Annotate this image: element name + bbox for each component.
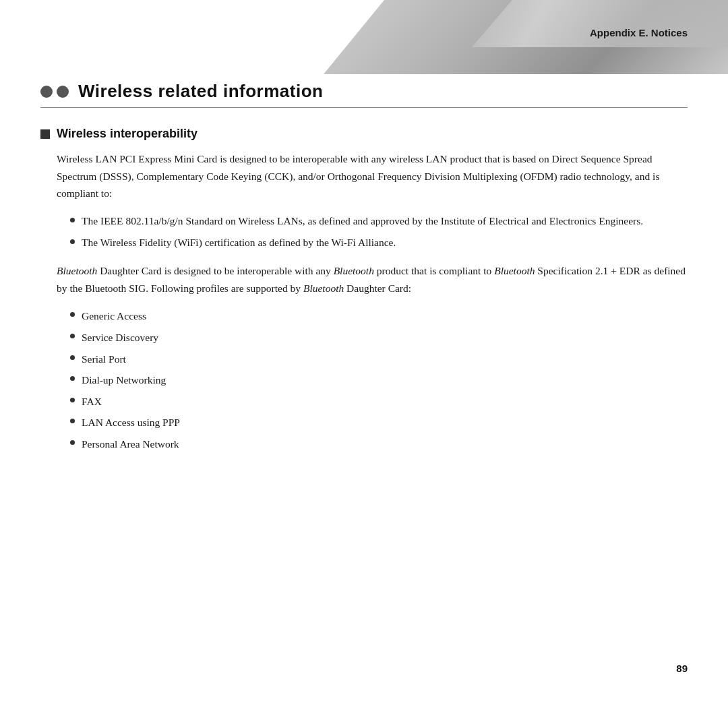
bullet-dot-icon xyxy=(70,334,75,338)
list-item: LAN Access using PPP xyxy=(70,414,688,431)
list-item: Personal Area Network xyxy=(70,435,688,453)
bullet-list-2: Generic Access Service Discovery Serial … xyxy=(70,307,688,452)
bluetooth-italic-2: Bluetooth xyxy=(334,265,374,276)
section-title: Wireless related information xyxy=(78,81,323,102)
bullet-list-1: The IEEE 802.11a/b/g/n Standard on Wirel… xyxy=(70,213,688,252)
title-icons xyxy=(40,86,69,98)
section-title-row: Wireless related information xyxy=(40,81,688,108)
list-item: The Wireless Fidelity (WiFi) certificati… xyxy=(70,235,688,251)
bullet-text: Dial-up Networking xyxy=(82,371,688,389)
bluetooth-italic-1: Bluetooth xyxy=(57,265,97,276)
list-item: Dial-up Networking xyxy=(70,371,688,389)
paragraph-1: Wireless LAN PCI Express Mini Card is de… xyxy=(57,150,688,202)
bullet-dot-icon xyxy=(70,440,75,445)
bullet-dot-icon xyxy=(70,355,75,360)
bullet-text: FAX xyxy=(82,393,688,411)
page-number: 89 xyxy=(676,663,688,674)
list-item: Service Discovery xyxy=(70,329,688,346)
subsection-title-row: Wireless interoperability xyxy=(40,127,688,141)
bullet-text: The Wireless Fidelity (WiFi) certificati… xyxy=(82,235,688,251)
bullet-text: The IEEE 802.11a/b/g/n Standard on Wirel… xyxy=(82,213,688,230)
bullet-text: Serial Port xyxy=(82,351,688,368)
list-item: Serial Port xyxy=(70,351,688,368)
bullet-dot-icon xyxy=(70,376,75,381)
header-text: Appendix E. Notices xyxy=(590,27,688,38)
list-item: The IEEE 802.11a/b/g/n Standard on Wirel… xyxy=(70,213,688,230)
subsection-bullet-icon xyxy=(40,129,50,139)
subsection-wireless-interoperability: Wireless interoperability Wireless LAN P… xyxy=(40,127,688,452)
bullet-dot-icon xyxy=(70,218,75,222)
bullet-text: Personal Area Network xyxy=(82,435,688,453)
main-content: Wireless related information Wireless in… xyxy=(40,81,688,688)
bullet-text: Generic Access xyxy=(82,307,688,325)
bullet-text: LAN Access using PPP xyxy=(82,414,688,431)
bullet-dot-icon xyxy=(70,239,75,244)
bullet-dot-icon xyxy=(70,398,75,402)
title-icon-2 xyxy=(57,86,69,98)
paragraph-bluetooth: Bluetooth Daughter Card is designed to b… xyxy=(57,262,688,297)
subsection-title: Wireless interoperability xyxy=(57,127,198,141)
bullet-dot-icon xyxy=(70,312,75,317)
bullet-dot-icon xyxy=(70,419,75,423)
list-item: Generic Access xyxy=(70,307,688,325)
bluetooth-italic-3: Bluetooth xyxy=(494,265,535,276)
bluetooth-italic-4: Bluetooth xyxy=(303,282,344,294)
list-item: FAX xyxy=(70,393,688,411)
title-icon-1 xyxy=(40,86,53,98)
bullet-text: Service Discovery xyxy=(82,329,688,346)
